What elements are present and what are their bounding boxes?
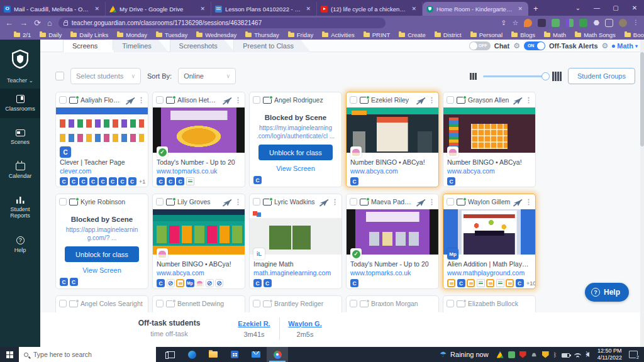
- student-card[interactable]: Angel RodriguezBlocked by Scenehttps://m…: [249, 92, 342, 187]
- bookmark-item[interactable]: Daily Links: [70, 31, 108, 38]
- batt-tray-icon[interactable]: [562, 353, 570, 358]
- page-url-link[interactable]: www.abcya.com: [350, 167, 435, 175]
- clever-tab-icon[interactable]: C: [99, 177, 107, 185]
- ext-4-icon[interactable]: [565, 19, 574, 27]
- clever-tab-icon[interactable]: C: [89, 177, 97, 185]
- unblock-for-class-button[interactable]: Unblock for class: [65, 246, 139, 262]
- student-checkbox[interactable]: [253, 96, 260, 104]
- slider-handle[interactable]: [541, 72, 550, 80]
- blocked-tab-icon[interactable]: ⊘: [206, 279, 214, 287]
- help-button[interactable]: ? Help: [585, 283, 629, 302]
- chrome-taskbar-button[interactable]: [267, 347, 288, 362]
- vol-tray-icon[interactable]: [586, 352, 589, 357]
- browser-tab[interactable]: Mail - Caudill, Melinda - Outlook✕: [0, 2, 106, 16]
- chat-disabled-icon[interactable]: [416, 198, 426, 206]
- maximize-icon[interactable]: ▢: [606, 0, 625, 16]
- weather-widget[interactable]: ☂ Raining now: [440, 350, 488, 359]
- minimize-icon[interactable]: —: [587, 0, 606, 16]
- clever-tab-icon[interactable]: C: [70, 177, 78, 185]
- offtask-student-link[interactable]: Waylon G.: [280, 320, 330, 327]
- student-card[interactable]: Maeva Padgett⋮Today's Number - Up to 20w…: [346, 194, 439, 289]
- back-icon[interactable]: ←: [5, 18, 13, 28]
- scrollbar[interactable]: [640, 40, 644, 347]
- bookmark-item[interactable]: Math: [544, 31, 566, 38]
- blocked-tab-icon[interactable]: ⊘: [215, 279, 223, 287]
- screen-thumbnail[interactable]: [347, 107, 438, 153]
- tab-present-to-class[interactable]: Present to Class: [233, 40, 311, 52]
- clever-tab-icon[interactable]: C: [128, 177, 136, 185]
- offtask-student-link[interactable]: Ezekiel R.: [229, 320, 279, 327]
- tab-close-icon[interactable]: ✕: [516, 5, 525, 13]
- sidepanel-icon[interactable]: [605, 19, 613, 27]
- card-menu-icon[interactable]: ⋮: [428, 199, 435, 205]
- student-checkbox[interactable]: [447, 96, 454, 104]
- page-url-link[interactable]: www.mathplayground.com: [447, 269, 531, 277]
- sidebar-item-classrooms[interactable]: Classrooms: [0, 89, 40, 118]
- taskbar-clock[interactable]: 12:50 PM 4/11/2022: [597, 348, 622, 361]
- clever-tab-icon[interactable]: C: [60, 177, 68, 185]
- screen-thumbnail[interactable]: [56, 107, 148, 153]
- chat-disabled-icon[interactable]: [513, 96, 523, 104]
- forward-icon[interactable]: →: [19, 18, 28, 28]
- card-menu-icon[interactable]: ⋮: [235, 97, 242, 103]
- bookmark-item[interactable]: Wednesday: [196, 31, 236, 38]
- page-url-link[interactable]: www.topmarks.co.uk: [350, 269, 435, 277]
- chat-toggle[interactable]: OFF: [469, 41, 491, 50]
- menu-icon[interactable]: ⋮: [633, 19, 639, 27]
- bookmark-item[interactable]: Thursday: [245, 31, 279, 38]
- home-icon[interactable]: ⌂: [47, 18, 52, 28]
- bookmark-item[interactable]: Tuesday: [156, 31, 187, 38]
- student-checkbox[interactable]: [156, 96, 164, 104]
- bookmark-item[interactable]: Activities: [322, 31, 354, 38]
- bookmark-item[interactable]: 2/1: [14, 31, 31, 38]
- student-card[interactable]: Angel Coles Searight: [55, 295, 148, 313]
- browser-tab[interactable]: Lesson Plans 04102022 - Google✕: [211, 2, 317, 16]
- card-menu-icon[interactable]: ⋮: [235, 199, 242, 205]
- page-url-link[interactable]: www.topmarks.co.uk: [157, 167, 241, 175]
- clever-tab-icon[interactable]: C: [109, 177, 117, 185]
- blocked-url-link[interactable]: https://app.imaginelearning.com/? ...: [61, 226, 143, 242]
- student-checkbox[interactable]: [59, 198, 67, 206]
- screen-thumbnail[interactable]: [347, 209, 438, 255]
- tab-close-icon[interactable]: ✕: [409, 5, 418, 13]
- clever-tab-icon[interactable]: C: [157, 177, 165, 185]
- role-selector[interactable]: Teacher ⌄: [0, 77, 40, 84]
- chat-disabled-icon[interactable]: [513, 198, 523, 206]
- student-checkbox[interactable]: [156, 198, 164, 206]
- student-checkbox[interactable]: [350, 300, 357, 307]
- view-screen-link[interactable]: View Screen: [255, 165, 336, 172]
- tab-close-icon[interactable]: ✕: [92, 5, 101, 13]
- clever-tab-icon[interactable]: C: [60, 278, 68, 286]
- student-card[interactable]: Lyric Wadkins⋮Imagine Mathmath.imaginele…: [249, 194, 342, 289]
- clever-tab-icon[interactable]: C: [516, 279, 524, 287]
- edge-taskbar-button[interactable]: [181, 347, 203, 362]
- chat-settings-gear-icon[interactable]: ⚙: [513, 41, 520, 50]
- sidebar-item-calendar[interactable]: Calendar: [0, 156, 40, 185]
- card-menu-icon[interactable]: ⋮: [525, 199, 532, 205]
- student-card[interactable]: Brantley Rediger: [249, 295, 342, 313]
- screen-thumbnail[interactable]: [443, 209, 535, 255]
- clever-tab-icon[interactable]: C: [118, 177, 126, 185]
- clever-tab-icon[interactable]: C: [350, 177, 358, 185]
- bookmark-item[interactable]: Books: [625, 31, 644, 38]
- reload-icon[interactable]: ⟳: [34, 18, 41, 28]
- student-card[interactable]: Lily Groves⋮Number BINGO • ABCya!www.abc…: [152, 194, 245, 289]
- clever-tab-icon[interactable]: C: [457, 279, 465, 287]
- sort-dropdown[interactable]: Online∨: [178, 68, 236, 84]
- ext-2-icon[interactable]: [538, 19, 546, 27]
- student-checkbox[interactable]: [447, 198, 454, 206]
- view-screen-link[interactable]: View Screen: [61, 266, 143, 274]
- chat-disabled-icon[interactable]: [223, 96, 232, 104]
- gray-tray-icon[interactable]: [531, 351, 538, 358]
- page-tab-icon[interactable]: [477, 279, 485, 287]
- student-groups-button[interactable]: Student Groups: [568, 68, 635, 84]
- chat-disabled-icon[interactable]: [416, 96, 426, 104]
- new-tab-button[interactable]: +: [533, 4, 538, 13]
- avatar-icon[interactable]: [619, 19, 627, 27]
- bookmark-item[interactable]: Monday: [117, 31, 147, 38]
- abcya-tab-icon[interactable]: [176, 279, 184, 287]
- close-icon[interactable]: ✕: [625, 0, 644, 16]
- page-tab-icon[interactable]: [496, 279, 504, 287]
- ext-1-icon[interactable]: [524, 19, 532, 27]
- select-students-dropdown[interactable]: Select students∨: [70, 68, 141, 84]
